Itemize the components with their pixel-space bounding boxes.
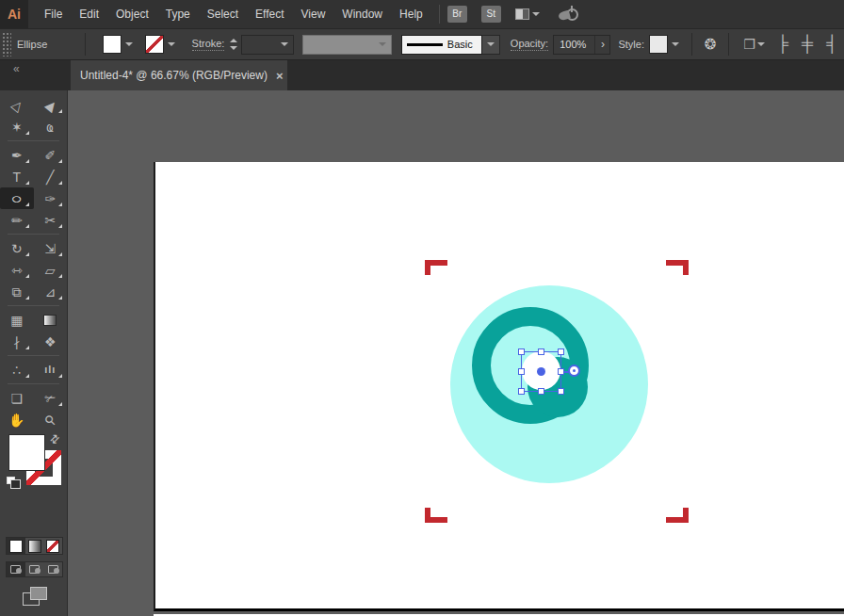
- selection-handle-top-left[interactable]: [518, 349, 525, 355]
- stroke-color-swatch[interactable]: [146, 36, 163, 53]
- app-logo-icon[interactable]: Ai: [0, 0, 28, 28]
- default-fill-stroke-icon[interactable]: [7, 477, 15, 484]
- pen-tool[interactable]: ✒: [0, 144, 34, 166]
- menu-view[interactable]: View: [293, 0, 334, 28]
- paintbrush-tool[interactable]: ✑: [34, 187, 68, 209]
- selection-center-point[interactable]: [537, 367, 545, 376]
- menu-type[interactable]: Type: [157, 0, 199, 28]
- recolor-artwork-icon[interactable]: ❂: [705, 36, 717, 53]
- rotate-tool-icon: ↻: [11, 242, 23, 255]
- menu-edit[interactable]: Edit: [71, 0, 107, 28]
- crop-mark-top-left: [425, 260, 447, 275]
- free-transform-tool[interactable]: ▱: [34, 259, 68, 281]
- ellipse-tool[interactable]: ○: [0, 187, 34, 209]
- color-button[interactable]: [7, 538, 25, 554]
- fill-indicator[interactable]: [9, 435, 44, 470]
- menu-select[interactable]: Select: [199, 0, 247, 28]
- opacity-value[interactable]: 100%: [554, 39, 594, 50]
- type-tool[interactable]: T: [0, 166, 34, 187]
- style-chevron-icon[interactable]: [672, 42, 679, 46]
- opacity-spin-icon[interactable]: ›: [594, 36, 609, 54]
- canvas-area[interactable]: [68, 90, 844, 616]
- draw-normal-button[interactable]: [7, 562, 25, 576]
- blend-tool[interactable]: ❖: [34, 331, 68, 352]
- menu-help[interactable]: Help: [391, 0, 431, 28]
- rotate-tool[interactable]: ↻: [0, 237, 34, 259]
- selection-handle-bottom-right[interactable]: [558, 388, 564, 395]
- shape-builder-tool[interactable]: ⧉: [0, 281, 34, 302]
- symbol-sprayer-tool-icon: ∴: [12, 364, 21, 377]
- stroke-chevron-icon[interactable]: [168, 42, 175, 46]
- stock-button[interactable]: St: [481, 6, 501, 23]
- mesh-tool[interactable]: ▦: [0, 309, 34, 331]
- document-setup-button[interactable]: ❒: [743, 37, 765, 52]
- gradient-tool[interactable]: [34, 309, 68, 331]
- menu-object[interactable]: Object: [107, 0, 157, 28]
- column-graph-tool[interactable]: ılı: [34, 359, 68, 381]
- brush-definition-select[interactable]: Basic: [401, 35, 500, 55]
- selection-bounding-box[interactable]: [521, 351, 561, 392]
- pencil-tool[interactable]: ✏: [0, 209, 34, 231]
- hand-tool[interactable]: ✋: [0, 409, 34, 430]
- scissors-tool[interactable]: ✂: [34, 209, 68, 231]
- live-shape-widget[interactable]: [568, 365, 580, 377]
- drawing-mode-buttons: [6, 561, 63, 577]
- line-segment-tool[interactable]: ╱: [34, 166, 68, 187]
- graphic-style-swatch[interactable]: [650, 36, 667, 53]
- lasso-tool[interactable]: ҩ: [34, 116, 68, 138]
- perspective-grid-tool[interactable]: ⊿: [34, 281, 68, 302]
- scale-tool[interactable]: ⇲: [34, 237, 68, 259]
- draw-behind-button[interactable]: [25, 562, 44, 576]
- stroke-weight-stepper[interactable]: [230, 39, 237, 50]
- curvature-tool[interactable]: ✐: [34, 144, 68, 166]
- selection-handle-bottom-middle[interactable]: [538, 388, 544, 395]
- artboard-tool[interactable]: ❏: [0, 387, 34, 409]
- menu-file[interactable]: File: [36, 0, 71, 28]
- menu-window[interactable]: Window: [333, 0, 391, 28]
- brush-chevron-button[interactable]: [482, 35, 500, 55]
- controlbar-grip[interactable]: [2, 32, 11, 57]
- artboard-tool-icon: ❏: [10, 392, 23, 405]
- opacity-label[interactable]: Opacity:: [511, 38, 548, 51]
- style-label: Style:: [618, 39, 644, 50]
- slice-tool[interactable]: ✃: [34, 387, 68, 409]
- scissors-tool-icon: ✂: [44, 214, 56, 227]
- selection-tool[interactable]: ▷: [0, 94, 34, 116]
- align-center-icon[interactable]: ╪: [802, 30, 813, 58]
- stepper-down-icon[interactable]: [230, 46, 237, 50]
- symbol-sprayer-tool[interactable]: ∴: [0, 359, 34, 381]
- draw-inside-button[interactable]: [43, 562, 62, 576]
- stroke-weight-select[interactable]: [241, 35, 293, 55]
- artboard[interactable]: [154, 162, 844, 611]
- fill-chevron-icon[interactable]: [125, 42, 133, 46]
- brush-preview[interactable]: Basic: [401, 35, 482, 55]
- selection-handle-middle-left[interactable]: [518, 368, 525, 375]
- stepper-up-icon[interactable]: [230, 39, 237, 42]
- screen-mode-icon[interactable]: [23, 587, 47, 606]
- align-right-icon[interactable]: ╡: [826, 30, 837, 58]
- eyedropper-tool[interactable]: ∤: [0, 331, 34, 352]
- magic-wand-tool[interactable]: ✶: [0, 116, 34, 138]
- swap-fill-stroke-icon[interactable]: ⇄: [47, 430, 63, 446]
- workspace-chevron-icon[interactable]: [532, 12, 540, 16]
- menu-effect[interactable]: Effect: [247, 0, 292, 28]
- gpu-performance-icon[interactable]: [566, 8, 578, 21]
- align-left-icon[interactable]: ╞: [777, 30, 788, 58]
- zoom-tool[interactable]: ⚲: [34, 409, 68, 430]
- bridge-button[interactable]: Br: [447, 6, 467, 23]
- document-setup-icon: ❒: [743, 37, 755, 52]
- selection-handle-top-middle[interactable]: [538, 349, 544, 355]
- none-button[interactable]: [43, 538, 62, 554]
- selection-handle-bottom-left[interactable]: [518, 388, 525, 395]
- fill-color-swatch[interactable]: [104, 36, 121, 53]
- width-tool[interactable]: ⇿: [0, 259, 34, 281]
- collapse-panel-icon[interactable]: «: [13, 62, 19, 75]
- gradient-button[interactable]: [25, 538, 44, 554]
- direct-selection-tool[interactable]: ▶: [34, 94, 68, 116]
- opacity-field[interactable]: 100% ›: [553, 35, 610, 55]
- stroke-weight-label[interactable]: Stroke:: [192, 38, 225, 51]
- workspace-switcher-icon[interactable]: [515, 8, 529, 20]
- document-tab[interactable]: Untitled-4* @ 66.67% (RGB/Preview) ×: [71, 60, 287, 90]
- selection-handle-top-right[interactable]: [558, 349, 564, 355]
- close-tab-icon[interactable]: ×: [276, 69, 284, 83]
